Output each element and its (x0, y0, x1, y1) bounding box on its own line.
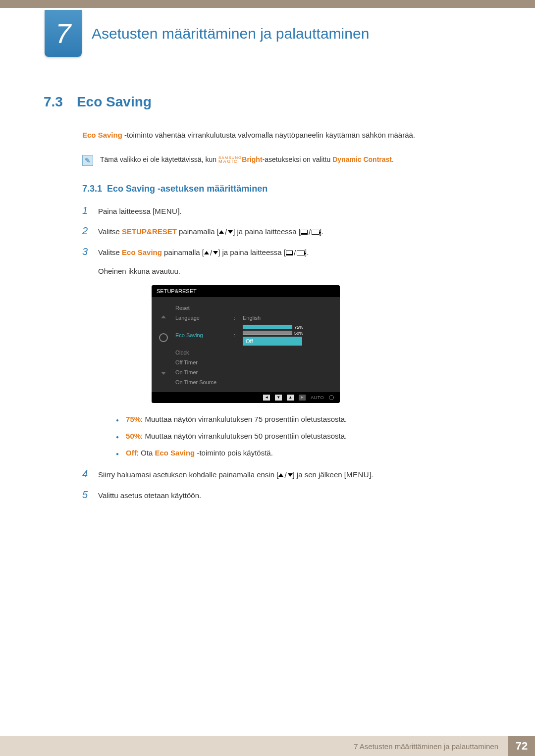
step-number: 4 (82, 468, 91, 480)
note-block: ✎ Tämä valikko ei ole käytettävissä, kun… (82, 155, 491, 166)
osd-item-off-timer: Off Timer (175, 357, 333, 367)
step-text: Siirry haluamasi asetuksen kohdalle pain… (98, 469, 373, 481)
intro-paragraph: Eco Saving -toiminto vähentää virrankulu… (82, 130, 491, 141)
chapter-header: 7 Asetusten määrittäminen ja palauttamin… (45, 10, 369, 57)
subsection: 7.3.1 Eco Saving -asetuksen määrittämine… (82, 184, 491, 502)
bullet-off: ● Off: Ota Eco Saving -toiminto pois käy… (116, 449, 491, 458)
section-title: Eco Saving (77, 94, 152, 110)
step-number: 5 (82, 489, 91, 501)
intro-rest: -toiminto vähentää virrankulutusta valvo… (124, 131, 415, 139)
osd-header: SETUP&RESET (152, 285, 340, 297)
up-down-icon: / (204, 247, 218, 259)
up-down-icon: / (278, 469, 292, 481)
osd-footer: ◄ ▼ ▲ ► AUTO (152, 392, 340, 403)
power-icon (329, 395, 334, 400)
osd-left-column (152, 303, 175, 387)
osd-menu-list: Reset Language : English Eco Saving : 75… (175, 303, 340, 387)
page-content: 7.3 Eco Saving Eco Saving -toiminto vähe… (44, 94, 491, 513)
osd-screenshot: SETUP&RESET Reset Language : (152, 285, 491, 403)
step-3-sub: Oheinen ikkuna avautuu. (98, 267, 491, 275)
osd-body: Reset Language : English Eco Saving : 75… (152, 297, 340, 392)
osd-item-language: Language : English (175, 313, 333, 323)
page-footer: 7 Asetusten määrittäminen ja palauttamin… (0, 736, 535, 756)
bullet-50: ● 50%: Muuttaa näytön virrankulutuksen 5… (116, 432, 491, 442)
chapter-title: Asetusten määrittäminen ja palauttaminen (92, 25, 369, 42)
footer-chapter-label: 7 Asetusten määrittäminen ja palauttamin… (0, 736, 508, 756)
step-1: 1 Paina laitteessa [MENU]. (82, 205, 491, 217)
osd-item-eco-saving: Eco Saving : 75% 50% Off (175, 323, 333, 348)
step-number: 2 (82, 225, 91, 237)
osd-nav-left-icon: ◄ (263, 395, 270, 401)
step-2: 2 Valitse SETUP&RESET painamalla [/] ja … (82, 225, 491, 238)
screen-enter-icon: / (286, 247, 305, 259)
step-number: 3 (82, 246, 91, 257)
step-4: 4 Siirry haluamasi asetuksen kohdalle pa… (82, 468, 491, 481)
chapter-number: 7 (55, 17, 71, 50)
osd-item-on-timer-source: On Timer Source (175, 377, 333, 387)
note-text: Tämä valikko ei ole käytettävissä, kun S… (100, 155, 394, 165)
osd-down-arrow-icon (161, 372, 166, 375)
step-number: 1 (82, 205, 91, 216)
samsung-magic-brand: SAMSUNGMAGIC (218, 156, 242, 163)
up-down-icon: / (219, 226, 233, 238)
step-text: Valitse SETUP&RESET painamalla [/] ja pa… (98, 226, 323, 238)
osd-auto-label: AUTO (311, 395, 324, 400)
screen-enter-icon: / (301, 226, 320, 238)
section-number: 7.3 (44, 94, 63, 110)
osd-eco-bars: 75% 50% Off (243, 325, 333, 346)
osd-item-reset: Reset (175, 303, 333, 313)
osd-nav-right-icon: ► (299, 395, 306, 401)
bullet-75: ● 75%: Muuttaa näytön virrankulutuksen 7… (116, 415, 491, 425)
osd-off-highlight: Off (243, 337, 302, 346)
top-accent-bar (0, 0, 535, 8)
osd-nav-down-icon: ▼ (275, 395, 282, 401)
bullet-icon: ● (116, 416, 119, 425)
section-heading: 7.3 Eco Saving (44, 94, 491, 110)
subsection-title: 7.3.1 Eco Saving -asetuksen määrittämine… (82, 184, 491, 194)
osd-panel: SETUP&RESET Reset Language : (152, 285, 340, 403)
step-text: Valittu asetus otetaan käyttöön. (98, 490, 201, 502)
gear-icon (159, 333, 168, 342)
bullet-icon: ● (116, 433, 119, 442)
osd-item-clock: Clock (175, 348, 333, 357)
note-icon: ✎ (82, 155, 93, 166)
bullet-icon: ● (116, 450, 119, 458)
intro-lead-term: Eco Saving (82, 131, 124, 139)
step-text: Valitse Eco Saving painamalla [/] ja pai… (98, 247, 309, 259)
osd-item-on-timer: On Timer (175, 367, 333, 377)
step-3: 3 Valitse Eco Saving painamalla [/] ja p… (82, 246, 491, 259)
menu-button-label: MENU (346, 470, 369, 479)
menu-button-label: MENU (155, 207, 177, 215)
step-5: 5 Valittu asetus otetaan käyttöön. (82, 489, 491, 502)
option-bullet-list: ● 75%: Muuttaa näytön virrankulutuksen 7… (116, 415, 491, 458)
osd-up-arrow-icon (161, 315, 166, 318)
footer-page-number: 72 (508, 736, 535, 756)
chapter-number-badge: 7 (45, 10, 82, 57)
step-text: Paina laitteessa [MENU]. (98, 205, 182, 217)
osd-nav-up-icon: ▲ (287, 395, 294, 401)
